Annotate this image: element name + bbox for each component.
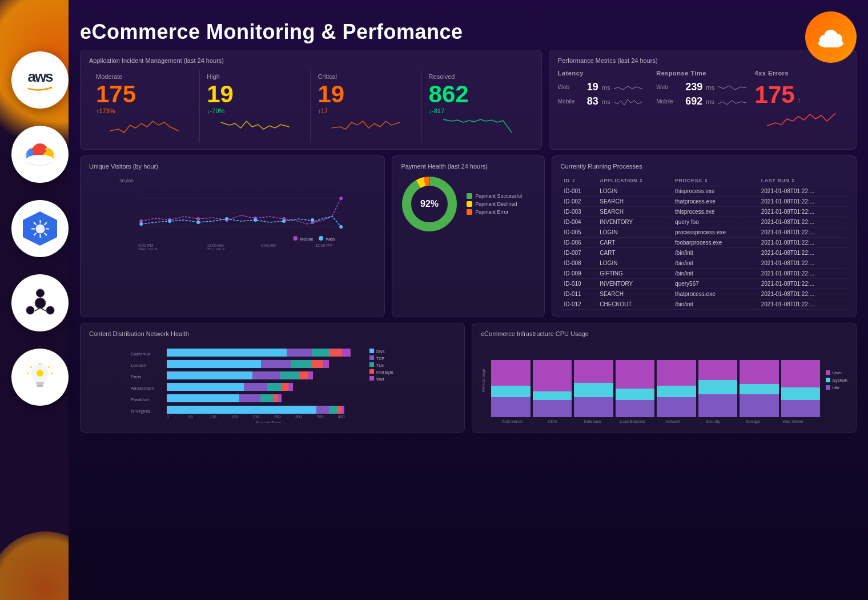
- response-web-unit: ms: [706, 84, 714, 91]
- high-label: High: [207, 73, 303, 80]
- svg-point-58: [311, 218, 314, 222]
- incident-card-moderate: Moderate 175 ↑173%: [89, 70, 200, 142]
- sidebar-item-kubernetes[interactable]: [11, 200, 69, 257]
- cell-process: /bin/init: [672, 248, 758, 258]
- svg-point-53: [168, 219, 171, 223]
- svg-text:50: 50: [188, 415, 193, 419]
- col-application: APPLICATION ⇕: [596, 175, 672, 186]
- table-row: ID-010 INVENTORY query567 2021-01-08T01:…: [561, 279, 847, 289]
- response-web-row: Web 239 ms: [656, 81, 749, 93]
- resolved-label: Resolved: [429, 73, 526, 80]
- payment-panel: Payment Health (last 24 hours) 92: [392, 155, 544, 317]
- svg-rect-99: [282, 383, 288, 391]
- cell-id: ID-009: [561, 269, 597, 279]
- cpu-idle-seg: [491, 397, 531, 417]
- cell-app: CART: [596, 238, 672, 248]
- svg-point-60: [293, 236, 298, 241]
- svg-rect-85: [342, 349, 351, 357]
- svg-rect-101: [167, 394, 239, 402]
- svg-text:Wed Jan 6: Wed Jan 6: [138, 247, 157, 250]
- cpu-bar-group: [781, 360, 821, 417]
- svg-rect-86: [167, 360, 261, 368]
- latency-mobile-row: Mobile 83 ms: [558, 95, 650, 107]
- cell-lastrun: 2021-01-08T01:22:...: [758, 258, 847, 269]
- latency-mobile-spark: [614, 96, 642, 107]
- cell-lastrun: 2021-01-08T01:22:...: [758, 186, 847, 197]
- table-row: ID-012 CHECKOUT /bin/init 2021-01-08T01:…: [561, 299, 847, 310]
- svg-point-46: [196, 217, 200, 221]
- cpu-bar-wrapper: [698, 360, 738, 417]
- svg-rect-98: [267, 383, 282, 391]
- cell-lastrun: 2021-01-08T01:22:...: [758, 217, 847, 227]
- cpu-system-seg: [533, 391, 572, 400]
- cpu-system-label: System: [832, 378, 847, 383]
- svg-line-15: [34, 222, 37, 225]
- visitors-title: Unique Visitors (by hour): [89, 163, 376, 170]
- svg-text:Mobile: Mobile: [300, 237, 314, 242]
- cpu-y-text: Percentage: [481, 369, 486, 392]
- cell-lastrun: 2021-01-08T01:22:...: [758, 197, 847, 207]
- svg-rect-91: [167, 371, 252, 379]
- cell-app: INVENTORY: [596, 217, 672, 227]
- cpu-idle-seg: [657, 397, 696, 417]
- cpu-bars: [491, 343, 820, 417]
- cell-app: SEARCH: [596, 197, 672, 207]
- svg-rect-27: [36, 382, 44, 385]
- svg-line-18: [34, 233, 37, 235]
- latency-web-unit: ms: [602, 84, 610, 91]
- cpu-x-label: CDN: [532, 419, 572, 423]
- cpu-user-seg: [698, 360, 738, 380]
- svg-line-32: [48, 366, 50, 368]
- cell-lastrun: 2021-01-08T01:22:...: [758, 248, 847, 258]
- svg-rect-109: [337, 406, 342, 414]
- latency-mobile-value: 83: [587, 95, 598, 107]
- moderate-value: 175: [96, 82, 192, 106]
- legend-declined-label: Payment Declined: [475, 201, 517, 207]
- table-row: ID-001 LOGIN thisprocess.exe 2021-01-08T…: [561, 186, 847, 197]
- cell-process: processprocess.exe: [672, 227, 758, 238]
- cell-process: thatprocess.exe: [672, 289, 758, 299]
- cpu-legend-system: System: [826, 378, 847, 383]
- cpu-legend-user: User: [826, 370, 847, 375]
- cpu-idle-seg: [698, 394, 738, 417]
- sidebar-item-aws[interactable]: aws: [11, 51, 69, 109]
- cloud-button[interactable]: [805, 11, 857, 63]
- svg-text:250: 250: [274, 415, 281, 419]
- cell-lastrun: 2021-01-08T01:22:...: [758, 238, 847, 248]
- svg-text:300: 300: [295, 415, 302, 419]
- svg-rect-100: [288, 383, 293, 391]
- svg-rect-123: [369, 355, 374, 360]
- svg-text:0: 0: [167, 415, 169, 419]
- svg-rect-95: [308, 371, 313, 379]
- cpu-idle-seg: [616, 400, 655, 417]
- cell-id: ID-007: [561, 248, 597, 258]
- cpu-bar-wrapper: [533, 360, 572, 417]
- row-3: Content Distribution Network Health Cali…: [80, 323, 857, 433]
- cpu-bar-group: [740, 360, 779, 417]
- cpu-system-seg: [740, 384, 779, 394]
- cell-lastrun: 2021-01-08T01:22:...: [758, 269, 847, 279]
- sidebar-item-insights[interactable]: [11, 349, 69, 406]
- cdn-chart: California London Paris Amsterdam Frankf…: [89, 343, 456, 423]
- svg-text:100: 100: [210, 415, 216, 419]
- col-lastrun: LAST RUN ⇕: [758, 175, 847, 186]
- cpu-bar-wrapper: [781, 360, 821, 417]
- table-row: ID-004 INVENTORY query foo 2021-01-08T01…: [561, 217, 847, 227]
- svg-rect-90: [323, 360, 329, 368]
- cpu-user-seg: [574, 360, 613, 383]
- cpu-idle-seg: [574, 397, 613, 417]
- cpu-legend-idle: Idle: [826, 385, 847, 390]
- incident-title: Application Incident Management (last 24…: [89, 57, 533, 64]
- cell-id: ID-004: [561, 217, 597, 227]
- svg-text:California: California: [131, 351, 150, 357]
- sidebar-item-google-cloud[interactable]: [11, 126, 69, 183]
- svg-rect-82: [287, 349, 312, 357]
- cpu-idle-seg: [781, 400, 821, 417]
- svg-rect-89: [312, 360, 323, 368]
- payment-donut: 92%: [401, 175, 458, 233]
- cell-lastrun: 2021-01-08T01:22:...: [758, 299, 847, 310]
- critical-value: 19: [318, 82, 414, 106]
- svg-rect-81: [167, 349, 287, 357]
- sidebar-item-kafka[interactable]: [11, 274, 69, 331]
- svg-line-17: [44, 222, 47, 225]
